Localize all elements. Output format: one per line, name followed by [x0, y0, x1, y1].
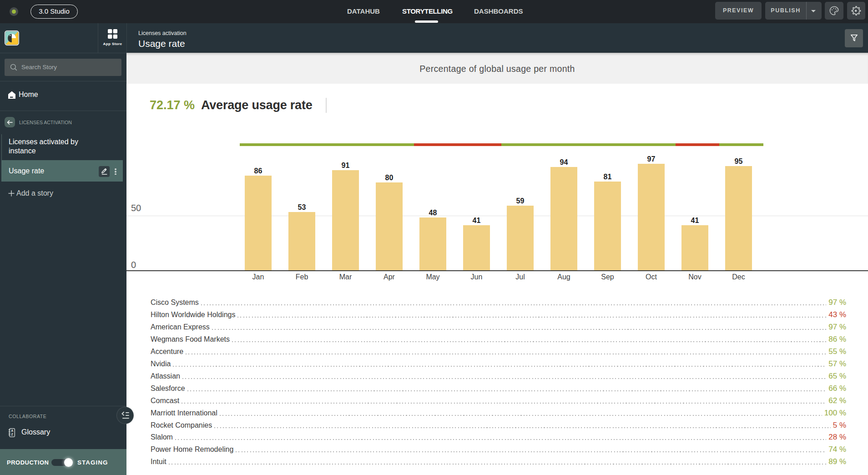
svg-text:Z: Z — [11, 433, 14, 436]
svg-text:A: A — [11, 429, 13, 432]
